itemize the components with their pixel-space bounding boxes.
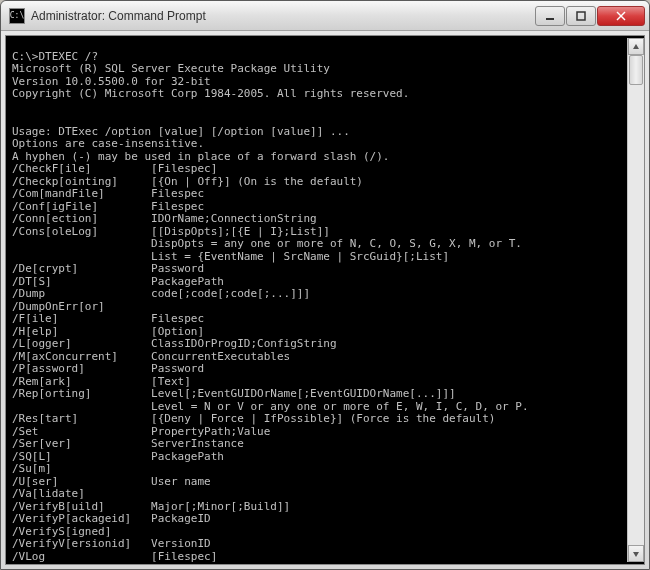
console-line: /F[ile] Filespec <box>12 312 204 325</box>
console-line: /H[elp] [Option] <box>12 325 204 338</box>
console-line: /VLog [Filespec] <box>12 550 217 563</box>
console-line: /CheckF[ile] [Filespec] <box>12 162 217 175</box>
chevron-down-icon <box>632 550 640 558</box>
console-line: /VerifyP[ackageid] PackageID <box>12 512 211 525</box>
console-line: /SQ[L] PackagePath <box>12 450 224 463</box>
console-line: /Rep[orting] Level[;EventGUIDOrName[;Eve… <box>12 387 456 400</box>
scroll-down-button[interactable] <box>628 545 644 562</box>
console-line: /P[assword] Password <box>12 362 204 375</box>
svg-marker-5 <box>633 552 639 557</box>
console-line: /L[ogger] ClassIDOrProgID;ConfigString <box>12 337 337 350</box>
console-line: Usage: DTExec /option [value] [/option [… <box>12 125 350 138</box>
console-line: C:\>DTEXEC /? <box>12 50 98 63</box>
window-controls <box>535 6 645 26</box>
console-line: List = {EventName | SrcName | SrcGuid}[;… <box>12 250 449 263</box>
console-line: Microsoft (R) SQL Server Execute Package… <box>12 62 330 75</box>
client-area: C:\>DTEXEC /? Microsoft (R) SQL Server E… <box>5 35 645 565</box>
console-line: Copyright (C) Microsoft Corp 1984-2005. … <box>12 87 409 100</box>
console-line: /U[ser] User name <box>12 475 211 488</box>
console-output[interactable]: C:\>DTEXEC /? Microsoft (R) SQL Server E… <box>12 38 627 562</box>
console-line: Version 10.0.5500.0 for 32-bit <box>12 75 211 88</box>
console-line: /VerifyV[ersionid] VersionID <box>12 537 211 550</box>
scroll-up-button[interactable] <box>628 38 644 55</box>
command-prompt-window: C:\ Administrator: Command Prompt C:\>DT… <box>0 0 650 570</box>
console-line: /DT[S] PackagePath <box>12 275 224 288</box>
console-line: /Conf[igFile] Filespec <box>12 200 204 213</box>
console-line: /Checkp[ointing] [{On | Off}] (On is the… <box>12 175 363 188</box>
console-line: /Cons[oleLog] [[DispOpts];[{E | I};List]… <box>12 225 330 238</box>
vertical-scrollbar[interactable] <box>627 38 644 562</box>
console-line: A hyphen (-) may be used in place of a f… <box>12 150 390 163</box>
console-line: /De[crypt] Password <box>12 262 204 275</box>
console-line: DispOpts = any one or more of N, C, O, S… <box>12 237 522 250</box>
console-line: /VerifyB[uild] Major[;Minor[;Build]] <box>12 500 290 513</box>
console-line: /Va[lidate] <box>12 487 85 500</box>
titlebar[interactable]: C:\ Administrator: Command Prompt <box>1 1 649 31</box>
svg-rect-1 <box>577 12 585 20</box>
console-line: /Res[tart] [{Deny | Force | IfPossible}]… <box>12 412 495 425</box>
maximize-icon <box>576 11 586 21</box>
scrollbar-track[interactable] <box>628 55 644 545</box>
console-line: /Conn[ection] IDOrName;ConnectionString <box>12 212 317 225</box>
svg-marker-4 <box>633 44 639 49</box>
cmd-icon: C:\ <box>9 8 25 24</box>
console-line: /Dump code[;code[;code[;...]]] <box>12 287 310 300</box>
console-line: /Rem[ark] [Text] <box>12 375 191 388</box>
console-line: Options are case-insensitive. <box>12 137 204 150</box>
console-line: /Ser[ver] ServerInstance <box>12 437 244 450</box>
console-line: /Set PropertyPath;Value <box>12 425 270 438</box>
chevron-up-icon <box>632 43 640 51</box>
console-line: /Su[m] <box>12 462 52 475</box>
minimize-icon <box>545 11 555 21</box>
scrollbar-thumb[interactable] <box>629 55 643 85</box>
minimize-button[interactable] <box>535 6 565 26</box>
window-title: Administrator: Command Prompt <box>31 9 535 23</box>
console-line: Level = N or V or any one or more of E, … <box>12 400 529 413</box>
console-line: /VerifyS[igned] <box>12 525 111 538</box>
console-line: /Com[mandFile] Filespec <box>12 187 204 200</box>
maximize-button[interactable] <box>566 6 596 26</box>
close-button[interactable] <box>597 6 645 26</box>
console-line: /DumpOnErr[or] <box>12 300 105 313</box>
console-line: /M[axConcurrent] ConcurrentExecutables <box>12 350 290 363</box>
close-icon <box>616 11 626 21</box>
